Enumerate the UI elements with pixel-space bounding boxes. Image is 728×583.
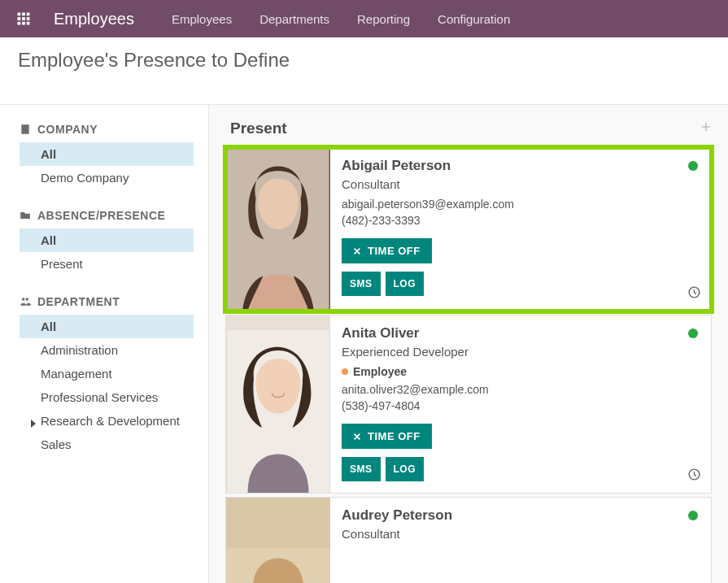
time-off-button[interactable]: TIME OFF [342, 424, 432, 449]
avatar [226, 148, 330, 311]
svg-rect-2 [27, 13, 30, 16]
sidebar-item-presence-all[interactable]: All [20, 228, 194, 252]
sidebar-label-department: DEPARTMENT [37, 295, 120, 308]
employee-tag: Employee [342, 365, 700, 378]
sidebar-item-label: Research & Development [41, 414, 180, 428]
avatar-icon [226, 330, 330, 493]
svg-rect-1 [22, 13, 25, 16]
time-off-label: TIME OFF [368, 430, 421, 442]
nav-employees[interactable]: Employees [172, 12, 232, 26]
building-icon [20, 124, 31, 135]
main-area: COMPANY All Demo Company ABSENCE/PRESENC… [0, 104, 728, 583]
sidebar-header-company: COMPANY [20, 123, 194, 136]
title-bar: Employee's Presence to Define [0, 37, 728, 104]
page-title: Employee's Presence to Define [18, 49, 710, 72]
top-nav: Employees Employees Departments Reportin… [0, 0, 728, 37]
employee-card[interactable]: Abigail Peterson Consultant abigail.pete… [225, 147, 712, 311]
sidebar-section-department: DEPARTMENT All Administration Management… [20, 295, 194, 456]
tag-dot-icon [342, 368, 348, 375]
card-body: Anita Oliver Experienced Developer Emplo… [330, 315, 711, 493]
employee-title: Consultant [342, 527, 700, 541]
sidebar-item-dept-all[interactable]: All [20, 315, 194, 338]
sidebar: COMPANY All Demo Company ABSENCE/PRESENC… [0, 105, 208, 583]
status-present-icon [688, 511, 698, 520]
sidebar-label-company: COMPANY [37, 123, 98, 136]
add-card-button[interactable] [700, 121, 712, 136]
avatar [226, 498, 330, 583]
svg-rect-6 [18, 22, 21, 25]
status-present-icon [688, 328, 698, 338]
employee-name: Audrey Peterson [342, 507, 700, 524]
employee-name: Abigail Peterson [342, 158, 700, 174]
app-title: Employees [54, 10, 134, 28]
employee-tag-label: Employee [353, 365, 407, 378]
sidebar-item-present[interactable]: Present [20, 252, 194, 276]
status-present-icon [688, 161, 698, 171]
time-off-button[interactable]: TIME OFF [342, 238, 432, 263]
svg-rect-4 [22, 17, 25, 20]
employee-card[interactable]: Audrey Peterson Consultant [225, 497, 712, 583]
nav-departments[interactable]: Departments [259, 12, 329, 26]
folder-icon [20, 210, 31, 221]
svg-point-10 [26, 298, 28, 301]
sidebar-section-presence: ABSENCE/PRESENCE All Present [20, 209, 194, 276]
caret-right-icon [29, 416, 37, 430]
sms-button[interactable]: SMS [342, 457, 381, 481]
time-off-label: TIME OFF [368, 245, 421, 257]
employee-card[interactable]: Anita Oliver Experienced Developer Emplo… [225, 315, 712, 494]
sidebar-item-research-development[interactable]: Research & Development [20, 409, 194, 433]
close-icon [353, 433, 361, 441]
employee-phone: (538)-497-4804 [342, 399, 700, 412]
content-column: Present Abig [208, 105, 728, 583]
sidebar-label-presence: ABSENCE/PRESENCE [37, 209, 165, 222]
clock-icon [687, 285, 701, 302]
log-button[interactable]: LOG [386, 457, 425, 481]
employee-phone: (482)-233-3393 [342, 214, 700, 227]
avatar [226, 315, 330, 493]
svg-rect-8 [27, 22, 30, 25]
employee-email: abigail.peterson39@example.com [342, 198, 700, 211]
column-header: Present [225, 120, 712, 147]
sidebar-section-company: COMPANY All Demo Company [20, 123, 194, 189]
employee-name: Anita Oliver [342, 325, 700, 342]
sidebar-item-company-all[interactable]: All [20, 142, 194, 166]
sidebar-item-administration[interactable]: Administration [20, 338, 194, 362]
topnav-links: Employees Departments Reporting Configur… [172, 12, 510, 26]
avatar-icon [226, 148, 330, 311]
employee-email: anita.oliver32@example.com [342, 383, 700, 396]
card-body: Abigail Peterson Consultant abigail.pete… [330, 148, 711, 311]
nav-configuration[interactable]: Configuration [438, 12, 510, 26]
clock-icon [687, 468, 701, 485]
sidebar-item-management[interactable]: Management [20, 362, 194, 385]
card-list: Abigail Peterson Consultant abigail.pete… [225, 147, 712, 583]
app-grid-icon[interactable] [16, 11, 31, 26]
svg-rect-0 [18, 13, 21, 16]
people-icon [20, 296, 31, 307]
close-icon [353, 247, 361, 255]
sidebar-item-professional-services[interactable]: Professional Services [20, 385, 194, 409]
card-body: Audrey Peterson Consultant [330, 498, 711, 583]
svg-point-9 [22, 298, 25, 301]
sidebar-header-department: DEPARTMENT [20, 295, 194, 308]
nav-reporting[interactable]: Reporting [357, 12, 410, 26]
sidebar-item-sales[interactable]: Sales [20, 433, 194, 456]
svg-rect-3 [18, 17, 21, 20]
log-button[interactable]: LOG [386, 272, 425, 296]
sidebar-header-presence: ABSENCE/PRESENCE [20, 209, 194, 222]
column-title: Present [230, 120, 287, 137]
svg-rect-5 [27, 17, 30, 20]
employee-title: Consultant [342, 177, 700, 191]
svg-rect-7 [22, 22, 25, 25]
sidebar-item-demo-company[interactable]: Demo Company [20, 166, 194, 189]
avatar-icon [226, 498, 330, 583]
sms-button[interactable]: SMS [342, 272, 381, 296]
employee-title: Experienced Developer [342, 345, 700, 359]
